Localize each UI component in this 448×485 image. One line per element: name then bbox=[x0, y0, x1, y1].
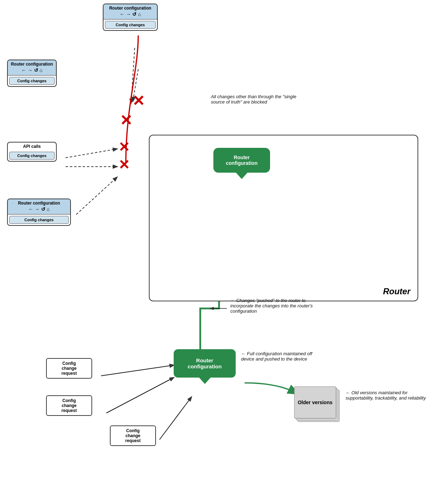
left-router-config-icons: ← → ↺ ⌂ bbox=[10, 67, 54, 74]
bottom-left-router-config-box: Router configuration ← → ↺ ⌂ Config chan… bbox=[7, 199, 71, 226]
left-router-config-header: Router configuration ← → ↺ ⌂ bbox=[8, 60, 56, 76]
config-request-box-2: Configchangerequest bbox=[46, 395, 92, 416]
left-router-config-box: Router configuration ← → ↺ ⌂ Config chan… bbox=[7, 60, 57, 87]
green-cloud-top: Routerconfiguration bbox=[213, 148, 270, 173]
svg-line-5 bbox=[101, 365, 174, 376]
pushed-annotation: ← Changes "pushed" to the router to inco… bbox=[230, 298, 323, 314]
older-versions: Older versions bbox=[294, 386, 340, 425]
config-request-box-1: Configchangerequest bbox=[46, 358, 92, 379]
top-config-changes-btn: Config changes bbox=[105, 21, 156, 29]
bottom-left-router-config-title: Router configuration bbox=[10, 201, 68, 206]
red-x-2: ✕ bbox=[120, 113, 132, 128]
left-config-changes-btn: Config changes bbox=[9, 77, 55, 85]
api-calls-box: API calls Config changes bbox=[7, 142, 57, 162]
bottom-left-router-config-icons: ← → ↺ ⌂ bbox=[10, 206, 68, 213]
red-x-1: ✕ bbox=[132, 94, 145, 108]
left-router-config-title: Router configuration bbox=[10, 62, 54, 67]
svg-line-6 bbox=[106, 378, 174, 413]
api-config-changes-btn: Config changes bbox=[9, 152, 55, 160]
svg-line-4 bbox=[76, 177, 117, 214]
config-request-box-3: Configchangerequest bbox=[110, 425, 156, 446]
top-router-config-title: Router configuration bbox=[106, 6, 155, 11]
diagram-container: Router configuration ← → ↺ ⌂ Config chan… bbox=[0, 0, 448, 485]
svg-line-7 bbox=[159, 397, 191, 440]
top-router-config-box: Router configuration ← → ↺ ⌂ Config chan… bbox=[103, 4, 158, 31]
blocked-annotation: All changes other than through the "sing… bbox=[211, 94, 299, 105]
svg-line-2 bbox=[66, 149, 117, 158]
green-cloud-bottom: Routerconfiguration bbox=[174, 349, 236, 378]
full-config-annotation: ← Full configuration maintained off devi… bbox=[241, 351, 326, 362]
red-x-3: ✕ bbox=[118, 140, 130, 154]
red-x-4: ✕ bbox=[118, 158, 130, 172]
router-main-label: Router bbox=[383, 286, 410, 296]
bottom-left-router-config-header: Router configuration ← → ↺ ⌂ bbox=[8, 199, 70, 214]
top-router-config-icons: ← → ↺ ⌂ bbox=[106, 11, 155, 18]
old-versions-annotation: ← Old versions maintained for supportabi… bbox=[346, 390, 427, 401]
top-router-config-header: Router configuration ← → ↺ ⌂ bbox=[103, 4, 157, 19]
api-calls-header: API calls bbox=[8, 143, 56, 150]
router-main-box: Routerconfiguration Router bbox=[149, 135, 418, 301]
bottom-left-config-changes-btn: Config changes bbox=[9, 216, 69, 224]
